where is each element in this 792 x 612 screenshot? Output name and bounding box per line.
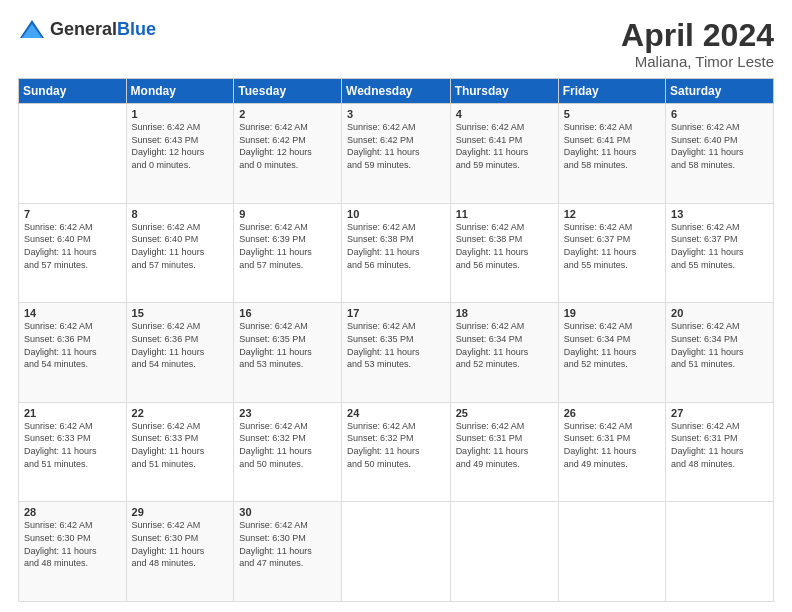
calendar-day-cell: 22Sunrise: 6:42 AM Sunset: 6:33 PM Dayli… (126, 402, 234, 502)
calendar-body: 1Sunrise: 6:42 AM Sunset: 6:43 PM Daylig… (19, 104, 774, 602)
day-info: Sunrise: 6:42 AM Sunset: 6:31 PM Dayligh… (564, 420, 660, 470)
calendar-week-row: 7Sunrise: 6:42 AM Sunset: 6:40 PM Daylig… (19, 203, 774, 303)
calendar-day-cell: 25Sunrise: 6:42 AM Sunset: 6:31 PM Dayli… (450, 402, 558, 502)
logo: GeneralBlue (18, 18, 156, 40)
day-of-week-header: Tuesday (234, 79, 342, 104)
calendar-day-cell: 11Sunrise: 6:42 AM Sunset: 6:38 PM Dayli… (450, 203, 558, 303)
logo-text: GeneralBlue (50, 19, 156, 40)
calendar-day-cell: 13Sunrise: 6:42 AM Sunset: 6:37 PM Dayli… (666, 203, 774, 303)
day-number: 19 (564, 307, 660, 319)
calendar-day-cell: 1Sunrise: 6:42 AM Sunset: 6:43 PM Daylig… (126, 104, 234, 204)
day-number: 24 (347, 407, 445, 419)
logo-icon (18, 18, 46, 40)
calendar-day-cell: 10Sunrise: 6:42 AM Sunset: 6:38 PM Dayli… (342, 203, 451, 303)
day-number: 21 (24, 407, 121, 419)
calendar-day-cell: 26Sunrise: 6:42 AM Sunset: 6:31 PM Dayli… (558, 402, 665, 502)
day-number: 12 (564, 208, 660, 220)
day-number: 7 (24, 208, 121, 220)
day-number: 28 (24, 506, 121, 518)
day-info: Sunrise: 6:42 AM Sunset: 6:37 PM Dayligh… (671, 221, 768, 271)
day-info: Sunrise: 6:42 AM Sunset: 6:32 PM Dayligh… (239, 420, 336, 470)
day-number: 2 (239, 108, 336, 120)
calendar-day-cell: 28Sunrise: 6:42 AM Sunset: 6:30 PM Dayli… (19, 502, 127, 602)
day-info: Sunrise: 6:42 AM Sunset: 6:42 PM Dayligh… (347, 121, 445, 171)
day-info: Sunrise: 6:42 AM Sunset: 6:40 PM Dayligh… (132, 221, 229, 271)
calendar-day-cell: 3Sunrise: 6:42 AM Sunset: 6:42 PM Daylig… (342, 104, 451, 204)
day-number: 9 (239, 208, 336, 220)
day-info: Sunrise: 6:42 AM Sunset: 6:41 PM Dayligh… (456, 121, 553, 171)
day-number: 22 (132, 407, 229, 419)
day-number: 10 (347, 208, 445, 220)
day-info: Sunrise: 6:42 AM Sunset: 6:38 PM Dayligh… (347, 221, 445, 271)
day-info: Sunrise: 6:42 AM Sunset: 6:35 PM Dayligh… (239, 320, 336, 370)
calendar-day-cell: 5Sunrise: 6:42 AM Sunset: 6:41 PM Daylig… (558, 104, 665, 204)
day-number: 17 (347, 307, 445, 319)
day-info: Sunrise: 6:42 AM Sunset: 6:36 PM Dayligh… (24, 320, 121, 370)
day-number: 11 (456, 208, 553, 220)
header: GeneralBlue April 2024 Maliana, Timor Le… (18, 18, 774, 70)
day-number: 29 (132, 506, 229, 518)
day-info: Sunrise: 6:42 AM Sunset: 6:31 PM Dayligh… (456, 420, 553, 470)
day-info: Sunrise: 6:42 AM Sunset: 6:34 PM Dayligh… (671, 320, 768, 370)
calendar-day-cell: 15Sunrise: 6:42 AM Sunset: 6:36 PM Dayli… (126, 303, 234, 403)
day-info: Sunrise: 6:42 AM Sunset: 6:37 PM Dayligh… (564, 221, 660, 271)
day-number: 30 (239, 506, 336, 518)
day-number: 8 (132, 208, 229, 220)
day-info: Sunrise: 6:42 AM Sunset: 6:41 PM Dayligh… (564, 121, 660, 171)
logo-blue: Blue (117, 19, 156, 39)
day-info: Sunrise: 6:42 AM Sunset: 6:33 PM Dayligh… (24, 420, 121, 470)
day-info: Sunrise: 6:42 AM Sunset: 6:35 PM Dayligh… (347, 320, 445, 370)
day-number: 3 (347, 108, 445, 120)
calendar-day-cell (450, 502, 558, 602)
calendar-day-cell (558, 502, 665, 602)
calendar-day-cell: 9Sunrise: 6:42 AM Sunset: 6:39 PM Daylig… (234, 203, 342, 303)
day-info: Sunrise: 6:42 AM Sunset: 6:39 PM Dayligh… (239, 221, 336, 271)
day-number: 16 (239, 307, 336, 319)
month-title: April 2024 (621, 18, 774, 53)
title-area: April 2024 Maliana, Timor Leste (621, 18, 774, 70)
day-info: Sunrise: 6:42 AM Sunset: 6:32 PM Dayligh… (347, 420, 445, 470)
day-of-week-header: Wednesday (342, 79, 451, 104)
day-info: Sunrise: 6:42 AM Sunset: 6:40 PM Dayligh… (24, 221, 121, 271)
calendar-day-cell: 7Sunrise: 6:42 AM Sunset: 6:40 PM Daylig… (19, 203, 127, 303)
day-of-week-header: Friday (558, 79, 665, 104)
calendar-day-cell: 20Sunrise: 6:42 AM Sunset: 6:34 PM Dayli… (666, 303, 774, 403)
day-of-week-header: Sunday (19, 79, 127, 104)
calendar-header: SundayMondayTuesdayWednesdayThursdayFrid… (19, 79, 774, 104)
calendar-day-cell: 17Sunrise: 6:42 AM Sunset: 6:35 PM Dayli… (342, 303, 451, 403)
calendar-day-cell: 19Sunrise: 6:42 AM Sunset: 6:34 PM Dayli… (558, 303, 665, 403)
page: GeneralBlue April 2024 Maliana, Timor Le… (0, 0, 792, 612)
calendar-day-cell: 30Sunrise: 6:42 AM Sunset: 6:30 PM Dayli… (234, 502, 342, 602)
day-number: 13 (671, 208, 768, 220)
day-info: Sunrise: 6:42 AM Sunset: 6:38 PM Dayligh… (456, 221, 553, 271)
day-info: Sunrise: 6:42 AM Sunset: 6:30 PM Dayligh… (132, 519, 229, 569)
day-info: Sunrise: 6:42 AM Sunset: 6:34 PM Dayligh… (456, 320, 553, 370)
calendar-day-cell (342, 502, 451, 602)
calendar-week-row: 14Sunrise: 6:42 AM Sunset: 6:36 PM Dayli… (19, 303, 774, 403)
day-info: Sunrise: 6:42 AM Sunset: 6:31 PM Dayligh… (671, 420, 768, 470)
calendar-day-cell: 21Sunrise: 6:42 AM Sunset: 6:33 PM Dayli… (19, 402, 127, 502)
day-info: Sunrise: 6:42 AM Sunset: 6:30 PM Dayligh… (239, 519, 336, 569)
calendar-day-cell: 6Sunrise: 6:42 AM Sunset: 6:40 PM Daylig… (666, 104, 774, 204)
calendar-week-row: 1Sunrise: 6:42 AM Sunset: 6:43 PM Daylig… (19, 104, 774, 204)
calendar-day-cell: 16Sunrise: 6:42 AM Sunset: 6:35 PM Dayli… (234, 303, 342, 403)
day-number: 26 (564, 407, 660, 419)
day-of-week-header: Monday (126, 79, 234, 104)
calendar-day-cell: 29Sunrise: 6:42 AM Sunset: 6:30 PM Dayli… (126, 502, 234, 602)
day-info: Sunrise: 6:42 AM Sunset: 6:30 PM Dayligh… (24, 519, 121, 569)
day-of-week-header: Thursday (450, 79, 558, 104)
day-number: 18 (456, 307, 553, 319)
location: Maliana, Timor Leste (621, 53, 774, 70)
day-info: Sunrise: 6:42 AM Sunset: 6:43 PM Dayligh… (132, 121, 229, 171)
day-of-week-header: Saturday (666, 79, 774, 104)
calendar-week-row: 21Sunrise: 6:42 AM Sunset: 6:33 PM Dayli… (19, 402, 774, 502)
day-number: 27 (671, 407, 768, 419)
day-number: 20 (671, 307, 768, 319)
calendar-day-cell (666, 502, 774, 602)
day-number: 4 (456, 108, 553, 120)
day-number: 14 (24, 307, 121, 319)
calendar-day-cell: 24Sunrise: 6:42 AM Sunset: 6:32 PM Dayli… (342, 402, 451, 502)
day-info: Sunrise: 6:42 AM Sunset: 6:36 PM Dayligh… (132, 320, 229, 370)
day-number: 25 (456, 407, 553, 419)
calendar-day-cell: 12Sunrise: 6:42 AM Sunset: 6:37 PM Dayli… (558, 203, 665, 303)
